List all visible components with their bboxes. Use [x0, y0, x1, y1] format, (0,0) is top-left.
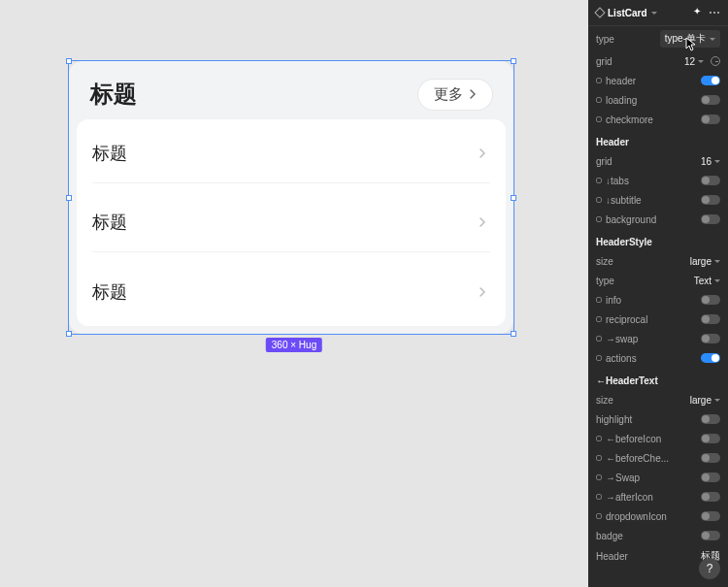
prop-label: dropdownIcon	[596, 511, 667, 522]
toggle-highlight[interactable]	[701, 414, 720, 424]
toggle-switch[interactable]	[701, 334, 720, 343]
toggle-background[interactable]	[701, 214, 720, 224]
link-icon	[596, 178, 602, 183]
prop-label: info	[596, 295, 621, 306]
component-name[interactable]: ListCard	[608, 8, 647, 18]
toggle-switch[interactable]	[701, 114, 720, 124]
link-icon	[596, 78, 602, 83]
toggle-switch[interactable]	[701, 511, 720, 521]
prop-hs_type: typeText	[588, 271, 728, 290]
chevron-down-icon	[714, 399, 720, 402]
prop-tabs: ↓tabs	[588, 171, 728, 190]
select-h_grid[interactable]: 16	[701, 156, 720, 167]
toggle-switch[interactable]	[701, 95, 720, 105]
toggle-switch[interactable]	[701, 473, 720, 482]
prop-Swap: →Swap	[588, 468, 728, 487]
toggle-subtitle[interactable]	[701, 195, 720, 205]
toggle-actions[interactable]	[701, 353, 720, 363]
prop-type: typetype-单卡	[588, 26, 728, 51]
toggle-info[interactable]	[701, 295, 720, 305]
select-hs_type[interactable]: Text	[694, 276, 720, 286]
section-header: HeaderStyle	[588, 229, 728, 251]
prop-beforeIcon: ←beforeIcon	[588, 429, 728, 448]
chevron-down-icon	[714, 279, 720, 282]
toggle-header[interactable]	[701, 76, 720, 85]
toggle-switch[interactable]	[701, 434, 720, 443]
resize-handle[interactable]	[66, 331, 72, 337]
prop-label: Header	[596, 551, 628, 562]
prop-background: background	[588, 210, 728, 229]
resize-handle[interactable]	[66, 58, 72, 64]
toggle-badge[interactable]	[701, 531, 720, 540]
toggle-switch[interactable]	[701, 176, 720, 185]
prop-subtitle: ↓subtitle	[588, 190, 728, 210]
prop-label: size	[596, 395, 613, 406]
prop-label: →Swap	[596, 473, 640, 483]
select-grid[interactable]: 12	[684, 56, 720, 67]
select-hs_size[interactable]: large	[690, 256, 720, 267]
prop-afterIcon: →afterIcon	[588, 487, 728, 506]
chevron-down-icon	[714, 260, 720, 263]
toggle-reciprocal[interactable]	[701, 314, 720, 324]
toggle-switch[interactable]	[701, 531, 720, 540]
selection-outline	[68, 60, 514, 335]
toggle-tabs[interactable]	[701, 176, 720, 185]
section-header: ←HeaderText	[588, 368, 728, 390]
design-canvas[interactable]: 标题 更多 标题 标题 标题	[0, 0, 588, 587]
prop-swap: →swap	[588, 329, 728, 348]
resize-handle[interactable]	[511, 58, 516, 64]
prop-dropdownIcon: dropdownIcon	[588, 506, 728, 526]
prop-label: grid	[596, 56, 612, 67]
link-icon	[596, 297, 602, 303]
toggle-switch[interactable]	[701, 295, 720, 305]
toggle-beforeChe[interactable]	[701, 453, 720, 463]
toggle-beforeIcon[interactable]	[701, 434, 720, 443]
toggle-switch[interactable]	[701, 453, 720, 463]
select-ht_size[interactable]: large	[690, 395, 720, 406]
prop-hs_size: sizelarge	[588, 251, 728, 271]
toggle-switch[interactable]	[701, 414, 720, 424]
toggle-switch[interactable]	[701, 195, 720, 205]
link-icon	[596, 316, 602, 322]
toggle-switch[interactable]	[701, 314, 720, 324]
toggle-switch[interactable]	[701, 214, 720, 224]
resize-handle[interactable]	[66, 195, 72, 201]
clock-icon[interactable]	[711, 56, 720, 66]
toggle-switch[interactable]	[701, 76, 720, 85]
link-icon	[596, 197, 602, 203]
prop-label: →afterIcon	[596, 492, 653, 503]
more-options-icon[interactable]	[709, 6, 720, 19]
link-icon	[596, 494, 602, 500]
toggle-loading[interactable]	[701, 95, 720, 105]
help-button[interactable]: ?	[699, 558, 720, 579]
prop-label: header	[596, 76, 636, 86]
chevron-down-icon	[698, 60, 704, 63]
toggle-dropdownIcon[interactable]	[701, 511, 720, 521]
prop-label: ←beforeIcon	[596, 434, 661, 444]
select-type[interactable]: type-单卡	[660, 30, 720, 48]
prop-label: size	[596, 256, 613, 267]
toggle-Swap[interactable]	[701, 473, 720, 482]
link-icon	[596, 474, 602, 480]
properties-panel[interactable]: ListCard typetype-单卡grid12headerloadingc…	[588, 0, 728, 587]
toggle-switch[interactable]	[701, 353, 720, 363]
prop-highlight: highlight	[588, 409, 728, 429]
sparkle-icon[interactable]	[693, 8, 703, 17]
resize-handle[interactable]	[511, 195, 516, 201]
prop-label: highlight	[596, 414, 632, 425]
toggle-checkmore[interactable]	[701, 114, 720, 124]
prop-label: badge	[596, 531, 623, 541]
prop-info: info	[588, 290, 728, 310]
toggle-switch[interactable]	[701, 492, 720, 502]
resize-handle[interactable]	[511, 331, 516, 337]
toggle-swap[interactable]	[701, 334, 720, 343]
prop-checkmore: checkmore	[588, 110, 728, 129]
chevron-down-icon[interactable]	[651, 12, 657, 15]
toggle-afterIcon[interactable]	[701, 492, 720, 502]
prop-reciprocal: reciprocal	[588, 310, 728, 329]
prop-badge: badge	[588, 526, 728, 545]
chevron-down-icon	[710, 38, 715, 41]
link-icon	[596, 336, 602, 342]
link-icon	[596, 436, 602, 441]
prop-label: loading	[596, 95, 637, 106]
